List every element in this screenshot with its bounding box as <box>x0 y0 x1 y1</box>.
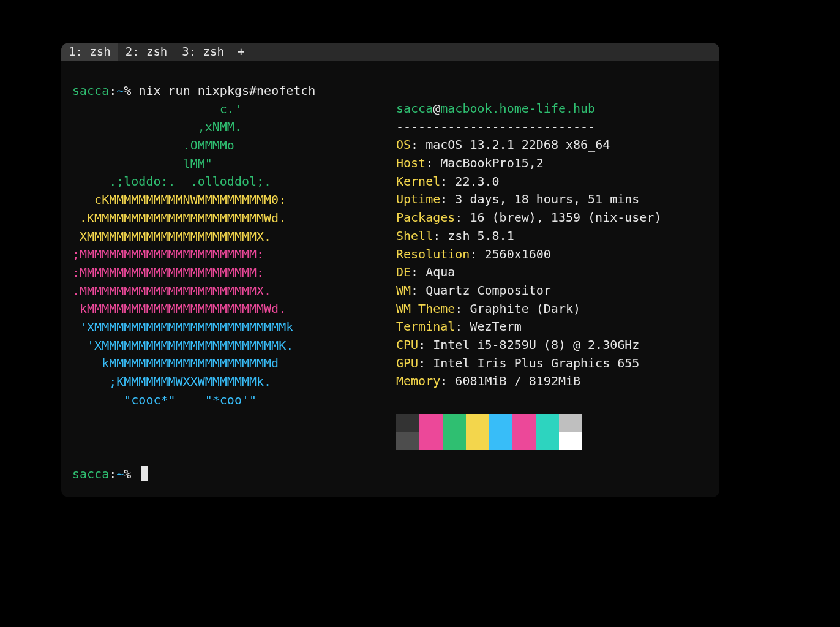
ascii-logo: c.' ,xNMM. .OMMMMo lMM" .;loddo:. .ollod… <box>72 82 324 409</box>
palette-swatch <box>559 432 582 451</box>
palette-swatch <box>489 432 512 451</box>
tab-label: 2: zsh <box>126 43 168 61</box>
info-key: WM <box>396 283 411 298</box>
info-row: Uptime: 3 days, 18 hours, 51 mins <box>396 190 714 209</box>
info-row: CPU: Intel i5-8259U (8) @ 2.30GHz <box>396 336 714 355</box>
info-value: Intel Iris Plus Graphics 655 <box>433 356 639 370</box>
palette-swatch <box>536 432 559 451</box>
palette-swatch <box>466 414 489 432</box>
info-row: Resolution: 2560x1600 <box>396 246 714 264</box>
info-key: Kernel <box>396 174 440 189</box>
palette-swatch <box>489 414 512 432</box>
logo-line: :MMMMMMMMMMMMMMMMMMMMMMMM: <box>72 264 324 282</box>
palette-row-bright <box>396 432 582 451</box>
prompt-sign: % <box>124 467 131 481</box>
logo-line: ;MMMMMMMMMMMMMMMMMMMMMMMM: <box>72 246 324 264</box>
palette-swatch <box>559 414 582 432</box>
logo-line: kMMMMMMMMMMMMMMMMMMMMMMMMWd. <box>72 300 324 318</box>
info-key: CPU <box>396 337 418 352</box>
info-key: OS <box>396 137 411 152</box>
info-key: Resolution <box>396 247 470 261</box>
palette-row-normal <box>396 414 582 432</box>
info-value: 2560x1600 <box>485 247 551 261</box>
plus-icon: + <box>238 45 244 58</box>
info-value: MacBookPro15,2 <box>440 156 544 170</box>
prompt-user: sacca <box>72 467 109 481</box>
info-value: Quartz Compositor <box>426 283 551 298</box>
info-value: Graphite (Dark) <box>470 301 580 316</box>
logo-line: XMMMMMMMMMMMMMMMMMMMMMMMX. <box>72 228 324 246</box>
info-row: OS: macOS 13.2.1 22D68 x86_64 <box>396 136 714 154</box>
new-tab-button[interactable]: + <box>231 43 250 61</box>
info-value: 22.3.0 <box>455 174 499 189</box>
info-row: WM: Quartz Compositor <box>396 282 714 300</box>
palette-swatch <box>396 414 419 432</box>
info-value: Aqua <box>426 265 455 279</box>
info-key: DE <box>396 265 411 279</box>
info-row: Memory: 6081MiB / 8192MiB <box>396 372 714 391</box>
palette-swatch <box>512 432 536 451</box>
logo-line: kMMMMMMMMMMMMMMMMMMMMMMd <box>72 355 324 373</box>
logo-line: 'XMMMMMMMMMMMMMMMMMMMMMMMMK. <box>72 337 324 355</box>
info-row: Terminal: WezTerm <box>396 318 714 336</box>
palette-swatch <box>396 432 419 451</box>
terminal-body[interactable]: sacca:~% nix run nixpkgs#neofetch c.' ,x… <box>61 61 719 64</box>
info-key: Uptime <box>396 192 440 206</box>
tab-bar: 1: zsh 2: zsh 3: zsh + <box>61 43 719 61</box>
info-row: DE: Aqua <box>396 263 714 282</box>
logo-line: cKMMMMMMMMMMNWMMMMMMMMMM0: <box>72 191 324 209</box>
info-key: GPU <box>396 356 418 370</box>
tab-2[interactable]: 2: zsh <box>118 43 175 61</box>
logo-line: ,xNMM. <box>72 118 324 137</box>
palette-swatch <box>466 432 489 451</box>
info-value: WezTerm <box>470 319 521 334</box>
logo-line: .KMMMMMMMMMMMMMMMMMMMMMMMWd. <box>72 209 324 228</box>
logo-line: 'XMMMMMMMMMMMMMMMMMMMMMMMMMMk <box>72 318 324 337</box>
tab-3[interactable]: 3: zsh <box>174 43 231 61</box>
tab-label: 3: zsh <box>182 43 224 61</box>
palette-swatch <box>443 432 466 451</box>
prompt-path: ~ <box>116 467 124 481</box>
info-key: Packages <box>396 210 455 225</box>
terminal-window: 1: zsh 2: zsh 3: zsh + sacca:~% nix run … <box>61 43 719 497</box>
logo-line: .MMMMMMMMMMMMMMMMMMMMMMMMX. <box>72 282 324 301</box>
palette-swatch <box>443 414 466 432</box>
info-value: zsh 5.8.1 <box>448 228 514 243</box>
logo-line: .OMMMMo <box>72 137 324 155</box>
palette-swatch <box>512 414 536 432</box>
info-value: Intel i5-8259U (8) @ 2.30GHz <box>433 337 639 352</box>
info-row: Packages: 16 (brew), 1359 (nix-user) <box>396 209 714 227</box>
tab-label: 1: zsh <box>69 43 111 61</box>
info-key: Shell <box>396 228 433 243</box>
palette-swatch <box>419 414 443 432</box>
system-info: sacca@macbook.home-life.hub-------------… <box>396 100 714 391</box>
logo-line: c.' <box>72 100 324 119</box>
cursor <box>141 466 148 481</box>
logo-line: ;KMMMMMMMWXXWMMMMMMMk. <box>72 373 324 391</box>
info-row: Host: MacBookPro15,2 <box>396 154 714 173</box>
info-key: Terminal <box>396 319 455 334</box>
palette-swatch <box>419 432 443 451</box>
info-row: WM Theme: Graphite (Dark) <box>396 300 714 318</box>
info-row: GPU: Intel Iris Plus Graphics 655 <box>396 355 714 373</box>
info-value: 6081MiB / 8192MiB <box>455 374 580 388</box>
info-value: macOS 13.2.1 22D68 x86_64 <box>426 137 610 152</box>
tab-1[interactable]: 1: zsh <box>61 43 118 61</box>
info-value: 16 (brew), 1359 (nix-user) <box>470 210 661 225</box>
palette-swatch <box>536 414 559 432</box>
info-key: Memory <box>396 374 440 388</box>
prompt-line-bottom: sacca:~% <box>72 465 148 484</box>
info-key: Host <box>396 156 426 170</box>
logo-line: .;loddo:. .olloddol;. <box>72 173 324 191</box>
info-separator: --------------------------- <box>396 118 714 137</box>
info-value: 3 days, 18 hours, 51 mins <box>455 192 639 206</box>
info-key: WM Theme <box>396 301 455 316</box>
color-palette <box>396 414 582 450</box>
info-row: Shell: zsh 5.8.1 <box>396 227 714 246</box>
logo-line: lMM" <box>72 155 324 173</box>
info-row: Kernel: 22.3.0 <box>396 173 714 191</box>
info-header: sacca@macbook.home-life.hub <box>396 100 714 118</box>
logo-line: "cooc*" "*coo'" <box>72 391 324 410</box>
